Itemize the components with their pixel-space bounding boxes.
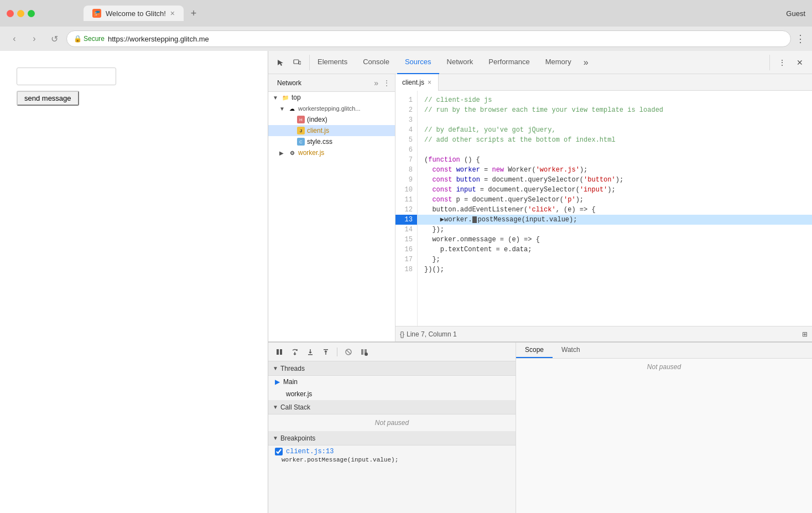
threads-label: Threads (280, 365, 305, 372)
maximize-window-button[interactable] (28, 10, 35, 17)
devtools-responsive-icon[interactable] (289, 55, 305, 70)
tree-item-index[interactable]: ▶ H (index) (268, 114, 395, 125)
tree-item-top[interactable]: ▼ 📁 top (268, 92, 395, 103)
code-editor-content[interactable]: 1 2 3 4 5 6 7 8 9 10 11 12 13 (395, 91, 812, 326)
minimize-window-button[interactable] (17, 10, 24, 17)
watch-tab[interactable]: Watch (553, 343, 589, 358)
more-options-button[interactable]: ⋮ (795, 33, 805, 45)
tree-label-stylecss: style.css (307, 138, 332, 146)
code-line-12: button.addEventListener('click', (e) => … (418, 205, 812, 215)
cursor-position: Line 7, Column 1 (407, 330, 457, 338)
left-panel-more[interactable]: » (374, 79, 378, 87)
step-over-button[interactable] (288, 345, 301, 359)
tab-elements[interactable]: Elements (310, 51, 355, 74)
cloud-icon: ☁ (288, 105, 296, 112)
code-line-11: const p = document.querySelector('p'); (418, 195, 812, 205)
line-6: 6 (395, 145, 417, 155)
code-line-17: }; (418, 255, 812, 265)
line-15: 15 (395, 235, 417, 245)
tab-console[interactable]: Console (355, 51, 397, 74)
thread-main-label: Main (283, 378, 298, 386)
thread-worker[interactable]: worker.js (268, 388, 516, 400)
breakpoint-file-label: client.js:13 (286, 448, 334, 455)
callstack-arrow-icon: ▼ (273, 404, 278, 410)
scope-watch-tabs: Scope Watch (516, 343, 812, 359)
code-line-13: ▶worker.postMessage(input.value); (418, 215, 812, 225)
back-button[interactable]: ‹ (7, 31, 22, 46)
svg-rect-0 (294, 60, 299, 64)
line-4: 4 (395, 125, 417, 135)
tab-memory[interactable]: Memory (538, 51, 579, 74)
step-out-button[interactable] (319, 345, 332, 359)
editor-tab-clientjs[interactable]: client.js × (395, 74, 439, 91)
breakpoints-section-header[interactable]: ▼ Breakpoints (268, 431, 516, 445)
new-tab-button[interactable]: + (186, 6, 201, 21)
tab-close-button[interactable]: × (170, 9, 175, 18)
expand-icon[interactable]: ⊞ (802, 330, 808, 338)
tree-item-domain[interactable]: ▼ ☁ workerstepping.glitch... (268, 103, 395, 114)
editor-tab-close[interactable]: × (428, 79, 431, 86)
line-13: 13 (395, 215, 417, 225)
message-input[interactable] (17, 68, 116, 85)
css-icon: C (297, 138, 305, 146)
scope-tab[interactable]: Scope (516, 343, 553, 358)
line-5: 5 (395, 135, 417, 145)
folder-icon: 📁 (282, 94, 289, 101)
network-tab-label[interactable]: Network (273, 77, 306, 89)
tab-performance[interactable]: Performance (481, 51, 537, 74)
line-14: 14 (395, 225, 417, 235)
breakpoint-checkbox[interactable] (275, 448, 283, 455)
curly-braces-icon: {} (400, 330, 404, 338)
secure-badge: 🔒 Secure (74, 35, 105, 43)
svg-rect-5 (324, 349, 328, 350)
tree-label-clientjs: client.js (307, 127, 329, 134)
devtools-cursor-icon[interactable] (273, 55, 288, 70)
call-stack-section-header[interactable]: ▼ Call Stack (268, 400, 516, 414)
html-icon: H (297, 116, 305, 123)
tree-label-workerjs: worker.js (298, 149, 324, 157)
breakpoint-item: client.js:13 worker.postMessage(input.va… (268, 445, 516, 467)
code-line-7: (function () { (418, 155, 812, 165)
code-line-18: })(); (418, 265, 812, 274)
left-panel-menu[interactable]: ⋮ (383, 79, 391, 87)
devtools-more-button[interactable]: ⋮ (774, 55, 790, 70)
code-line-10: const input = document.querySelector('in… (418, 185, 812, 195)
pause-button[interactable] (273, 345, 286, 359)
reload-button[interactable]: ↺ (46, 31, 62, 46)
address-bar[interactable]: 🔒 Secure https://workerstepping.glitch.m… (66, 30, 791, 47)
js-icon-client: J (297, 127, 305, 134)
code-line-4: // by default, you've got jQuery, (418, 125, 812, 135)
callstack-not-paused: Not paused (268, 414, 516, 431)
tree-item-clientjs[interactable]: ▶ J client.js (268, 125, 395, 136)
thread-main[interactable]: ▶ Main (268, 376, 516, 388)
devtools-close-button[interactable]: ✕ (792, 55, 808, 70)
lock-icon: 🔒 (74, 35, 82, 43)
tree-arrow-workerjs: ▶ (279, 150, 286, 156)
editor-tab-name: client.js (402, 79, 424, 86)
line-9: 9 (395, 175, 417, 185)
tree-item-workerjs[interactable]: ▶ ⚙ worker.js (268, 147, 395, 158)
code-line-1: // client-side js (418, 95, 812, 105)
step-into-button[interactable] (304, 345, 317, 359)
threads-arrow-icon: ▼ (273, 365, 278, 371)
forward-button[interactable]: › (27, 31, 42, 46)
code-line-6 (418, 145, 812, 155)
tree-item-stylecss[interactable]: ▶ C style.css (268, 136, 395, 147)
tab-favicon: 🎏 (92, 9, 101, 18)
send-message-button[interactable]: send message (17, 91, 79, 106)
browser-tab[interactable]: 🎏 Welcome to Glitch! × (84, 6, 184, 21)
tree-arrow-domain: ▼ (279, 106, 286, 112)
close-window-button[interactable] (7, 10, 14, 17)
pause-on-exceptions-button[interactable] (357, 345, 371, 359)
scope-not-paused: Not paused (516, 359, 812, 375)
line-10: 10 (395, 185, 417, 195)
tab-network[interactable]: Network (439, 51, 481, 74)
line-12: 12 (395, 205, 417, 215)
more-tabs-button[interactable]: » (579, 51, 593, 74)
threads-section-header[interactable]: ▼ Threads (268, 361, 516, 376)
traffic-lights[interactable] (7, 10, 35, 17)
url-text: https://workerstepping.glitch.me (108, 35, 209, 43)
devtools-panel: Elements Console Sources Network Perform… (268, 51, 812, 513)
deactivate-breakpoints-button[interactable] (342, 345, 355, 359)
tab-sources[interactable]: Sources (397, 51, 439, 74)
